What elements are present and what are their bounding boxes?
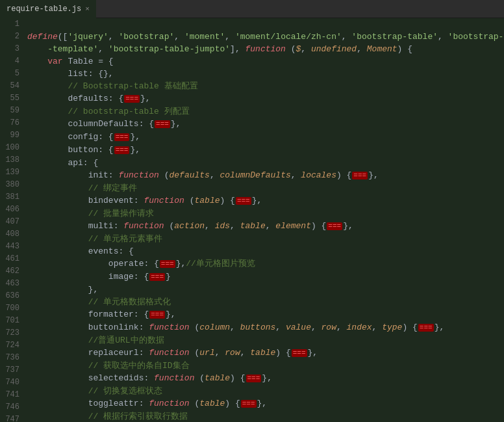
tab-close-icon[interactable]: ×	[85, 5, 90, 13]
editor-body: 1 2 3 4 5 54 55 59 76 99 100 138 139 380…	[0, 18, 504, 422]
code-content: 1 2 3 4 5 54 55 59 76 99 100 138 139 380…	[0, 18, 504, 422]
tab-filename: require-table.js	[6, 5, 81, 14]
file-tab[interactable]: require-table.js ×	[0, 0, 96, 18]
code-area: define(['jquery', 'bootstrap', 'moment',…	[25, 18, 504, 422]
code-line-1: define(['jquery', 'bootstrap', 'moment',…	[27, 31, 504, 422]
line-numbers: 1 2 3 4 5 54 55 59 76 99 100 138 139 380…	[0, 18, 25, 422]
tab-bar: require-table.js ×	[0, 0, 504, 18]
